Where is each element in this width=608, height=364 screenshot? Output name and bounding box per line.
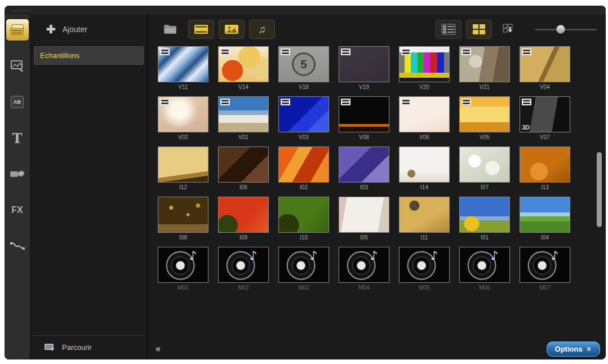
audio-thumbnail[interactable]: ♪ <box>520 247 570 283</box>
media-item-V03[interactable]: V03 <box>278 96 329 141</box>
thumbnail-view-button[interactable] <box>466 20 492 39</box>
sidebar-item-media-library[interactable] <box>6 19 29 41</box>
media-item-I13[interactable]: I13 <box>520 147 570 192</box>
image-thumbnail[interactable] <box>520 197 570 233</box>
media-item-I06[interactable]: I06 <box>218 147 269 192</box>
open-folder-button[interactable] <box>158 20 184 39</box>
image-thumbnail[interactable] <box>218 147 269 183</box>
list-view-button[interactable] <box>436 20 461 39</box>
media-item-V19[interactable]: V19 <box>339 46 389 91</box>
sidebar-item-transition[interactable]: AB <box>6 91 29 113</box>
add-folder-button[interactable]: ✚ Ajouter <box>30 15 147 42</box>
options-button[interactable]: Options « <box>547 341 600 357</box>
media-item-V04[interactable]: V04 <box>520 46 570 91</box>
video-thumbnail[interactable] <box>399 96 450 132</box>
video-thumbnail[interactable] <box>218 96 269 132</box>
media-item-M04[interactable]: ♪ M04 <box>339 247 389 292</box>
media-item-M06[interactable]: ♪ M06 <box>459 247 510 292</box>
slider-track[interactable] <box>535 29 597 30</box>
media-item-I10[interactable]: I10 <box>278 197 329 242</box>
thumbnail-size-slider[interactable] <box>535 24 597 35</box>
video-thumbnail[interactable] <box>278 96 329 132</box>
media-item-M02[interactable]: ♪ M02 <box>218 247 269 292</box>
media-item-I03[interactable]: I03 <box>339 147 389 192</box>
audio-thumbnail[interactable]: ♪ <box>158 247 208 283</box>
media-item-V21[interactable]: V21 <box>459 46 510 91</box>
audio-thumbnail[interactable]: ♪ <box>339 247 389 283</box>
media-item-V07[interactable]: 3DV07 <box>520 96 570 141</box>
filter-audio-button[interactable]: ♫ <box>249 20 275 39</box>
audio-thumbnail[interactable]: ♪ <box>399 247 450 283</box>
media-item-I07[interactable]: I07 <box>459 147 510 192</box>
scrollbar-thumb[interactable] <box>597 152 602 227</box>
audio-thumbnail[interactable]: ♪ <box>218 247 269 283</box>
media-item-I11[interactable]: I11 <box>399 197 450 242</box>
audio-thumbnail[interactable]: ♪ <box>278 247 329 283</box>
film-strip-icon <box>281 48 290 55</box>
media-item-label: I04 <box>520 233 570 242</box>
media-item-M07[interactable]: ♪ M07 <box>520 247 570 292</box>
media-item-V02[interactable]: V02 <box>158 96 208 141</box>
media-item-I04[interactable]: I04 <box>520 197 570 242</box>
collapse-panel-button[interactable]: « <box>151 343 165 355</box>
image-thumbnail[interactable] <box>218 197 269 233</box>
video-thumbnail[interactable] <box>158 46 208 82</box>
media-item-I12[interactable]: I12 <box>158 147 208 192</box>
media-item-V08[interactable]: V08 <box>339 96 389 141</box>
video-thumbnail[interactable]: 5 <box>278 46 329 82</box>
media-item-label: V11 <box>158 82 208 91</box>
media-item-I09[interactable]: I09 <box>218 197 269 242</box>
media-item-V11[interactable]: V11 <box>158 46 208 91</box>
media-item-I01[interactable]: I01 <box>459 197 510 242</box>
video-thumbnail[interactable] <box>459 46 510 82</box>
image-thumbnail[interactable] <box>339 197 389 233</box>
sidebar-item-filter[interactable]: FX <box>6 199 29 221</box>
filter-photos-button[interactable] <box>219 20 245 39</box>
image-thumbnail[interactable] <box>278 147 329 183</box>
slider-thumb[interactable] <box>556 25 565 34</box>
sort-button[interactable] <box>496 20 522 39</box>
browse-button[interactable]: Parcourir <box>33 335 145 359</box>
sidebar-item-path[interactable] <box>6 236 29 257</box>
image-thumbnail[interactable] <box>520 147 570 183</box>
media-item-V06[interactable]: V06 <box>399 96 450 141</box>
video-thumbnail[interactable] <box>459 96 510 132</box>
media-item-I14[interactable]: I14 <box>399 147 450 192</box>
media-item-I02[interactable]: I02 <box>278 147 329 192</box>
media-item-M05[interactable]: ♪ M05 <box>399 247 450 292</box>
image-thumbnail[interactable] <box>158 197 208 233</box>
video-thumbnail[interactable] <box>158 96 208 132</box>
audio-thumbnail[interactable]: ♪ <box>459 247 510 283</box>
image-thumbnail[interactable] <box>399 197 450 233</box>
image-thumbnail[interactable] <box>158 147 208 183</box>
media-item-label: V04 <box>520 82 570 91</box>
video-thumbnail[interactable] <box>339 46 389 82</box>
media-grid-row: I08I09I10I05I11I01I04 <box>158 197 592 242</box>
media-item-V20[interactable]: V20 <box>399 46 450 91</box>
video-thumbnail[interactable] <box>218 46 269 82</box>
media-item-M03[interactable]: ♪ M03 <box>278 247 329 292</box>
media-item-V05[interactable]: V05 <box>459 96 510 141</box>
image-thumbnail[interactable] <box>459 147 510 183</box>
sidebar-item-title[interactable]: T <box>6 127 29 149</box>
video-thumbnail[interactable]: 3D <box>520 96 570 132</box>
media-item-V14[interactable]: V14 <box>218 46 269 91</box>
media-item-V18[interactable]: 5V18 <box>278 46 329 91</box>
library-folder-echantillons[interactable]: Echantillons <box>34 46 144 65</box>
image-thumbnail[interactable] <box>278 197 329 233</box>
sidebar-item-graphic[interactable] <box>6 163 29 185</box>
video-thumbnail[interactable] <box>339 96 389 132</box>
image-thumbnail[interactable] <box>399 147 450 183</box>
window-titlebar: ///////// <box>5 6 606 15</box>
vertical-scrollbar[interactable] <box>597 48 602 337</box>
media-item-I05[interactable]: I05 <box>339 197 389 242</box>
media-item-M01[interactable]: ♪ M01 <box>158 247 208 292</box>
sidebar-item-instant-project[interactable] <box>6 55 29 77</box>
media-item-I08[interactable]: I08 <box>158 197 208 242</box>
image-thumbnail[interactable] <box>339 147 389 183</box>
video-thumbnail[interactable] <box>520 46 570 82</box>
filter-videos-button[interactable] <box>188 20 214 39</box>
media-item-V01[interactable]: V01 <box>218 96 269 141</box>
video-thumbnail[interactable] <box>399 46 450 82</box>
image-thumbnail[interactable] <box>459 197 510 233</box>
